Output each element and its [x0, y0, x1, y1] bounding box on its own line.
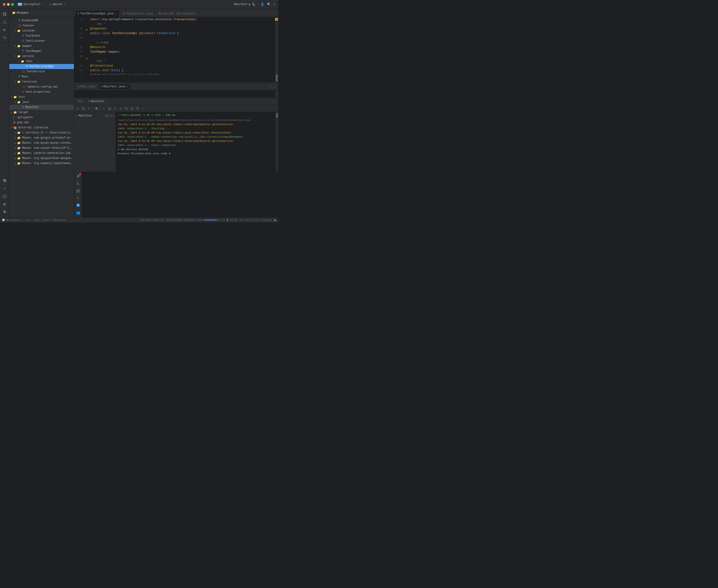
- sidebar-icon-structure[interactable]: [1, 34, 8, 41]
- status-encoding[interactable]: UTF-8: [245, 219, 252, 222]
- tree-item-hikari[interactable]: ▶ 📁 Maven: com.zaxxer:HikariCP:5.0.1: [9, 146, 74, 151]
- tree-item-test[interactable]: ▼ 📁 test: [9, 94, 74, 100]
- status-breadcrumb[interactable]: src › test › java › © MainTest: [26, 219, 66, 222]
- tree-item-mybatisconfig[interactable]: </> mybatis-config.xml: [9, 84, 74, 89]
- right-search-icon[interactable]: [75, 181, 81, 187]
- tab-close-icon[interactable]: ✕: [116, 12, 117, 15]
- run-output[interactable]: ✓ Tests passed: 1 of 1 test – 295 ms /Us…: [116, 112, 276, 172]
- search-icon[interactable]: 🔍: [267, 3, 271, 6]
- tab-testserviceimpl[interactable]: © TestServiceImpl.java ✕: [75, 10, 120, 17]
- debug-button[interactable]: 🐛: [252, 3, 255, 6]
- status-indent[interactable]: 4 spaces: [260, 219, 272, 222]
- sidebar-icon-python[interactable]: [1, 201, 8, 208]
- tree-item-maintest[interactable]: © MainTest: [9, 105, 74, 110]
- sidebar-icon-git[interactable]: [1, 177, 8, 184]
- status-line-ending[interactable]: LF: [240, 219, 243, 222]
- tree-item-jakarta[interactable]: ▶ 📁 Maven: jakarta.annotation:jakarta.an…: [9, 151, 74, 156]
- import-button[interactable]: [129, 106, 135, 111]
- blue-circle-icon[interactable]: [75, 203, 81, 208]
- sidebar-icon-run[interactable]: [1, 26, 8, 33]
- next-fail-button[interactable]: [118, 106, 123, 111]
- italic-m-icon[interactable]: m: [75, 195, 81, 201]
- tab-more-button[interactable]: ⋯: [272, 10, 277, 17]
- tab-pomxml[interactable]: ⓜ pom.xml (SpringTest): [156, 10, 198, 17]
- tree-item-pomxml[interactable]: ⓜ pom.xml: [9, 120, 74, 125]
- scroll-thumb[interactable]: [276, 113, 278, 118]
- minimize-button[interactable]: [7, 3, 10, 6]
- maximize-button[interactable]: [11, 3, 14, 6]
- tree-item-testservice[interactable]: ⓘ TestService: [9, 69, 74, 74]
- status-vc[interactable]: Version Control: Processing Changed File…: [141, 218, 225, 222]
- sidebar-icon-terminal[interactable]: [1, 193, 8, 200]
- tree-item-resources[interactable]: ▼ 📁 resources: [9, 79, 74, 84]
- stop-button[interactable]: ⬛: [81, 106, 86, 111]
- tree-item-main[interactable]: © Main: [9, 74, 74, 79]
- tree-item-impl[interactable]: ▼ 📁 Impl: [9, 59, 74, 64]
- test-filter-button[interactable]: ✓: [102, 106, 107, 111]
- notifications-icon[interactable]: [75, 173, 81, 179]
- person-icon[interactable]: 👤: [261, 3, 264, 6]
- status-warnings[interactable]: ⚠ 3: [254, 218, 258, 222]
- sidebar-icon-project[interactable]: [1, 10, 8, 18]
- tree-item-apiguardian[interactable]: ▶ 📁 Maven: org.apiguardian:apiguardian-a…: [9, 156, 74, 161]
- sidebar-icon-more[interactable]: ···: [1, 42, 8, 49]
- tab-testservice[interactable]: ⓘ TestService.java: [120, 10, 156, 17]
- project-selector[interactable]: ST SpringTest ▾: [18, 3, 43, 6]
- tree-item-testserviceimpl[interactable]: © TestServiceImpl: [9, 64, 74, 69]
- tree-item-mapper[interactable]: ▼ 📁 mapper: [9, 44, 74, 49]
- tree-item-listener[interactable]: ▼ 📁 listener: [9, 28, 74, 33]
- pane-tab-main[interactable]: © Main.java: [76, 84, 97, 89]
- tree-item-corretto[interactable]: ▶ 📁 < corretto-17 > /Users/eve/Library/J…: [9, 130, 74, 135]
- code-editor-top[interactable]: 9 · 10 11 12 · 13 14 15 · 16 17: [74, 17, 275, 75]
- tree-item-extlibs[interactable]: ▼ 📚 External Libraries: [9, 125, 74, 130]
- run-tab-close-icon[interactable]: ✕: [105, 100, 107, 103]
- scroll-thumb[interactable]: [276, 75, 278, 82]
- branch-selector[interactable]: ⎇ master ▾: [48, 3, 65, 6]
- run-panel-minimize-button[interactable]: —: [275, 100, 276, 103]
- run-tree-item-maintest[interactable]: ✓ MainTest 295 ms: [74, 113, 116, 119]
- tree-item-aspect[interactable]: ▶ 📁 Maven: org.aspectj:aspectweaver:1.9.…: [9, 161, 74, 166]
- diff-button[interactable]: [107, 106, 112, 111]
- status-project[interactable]: 🔲 SpringTest: [2, 218, 21, 222]
- tree-item-service[interactable]: ▼ 📁 service: [9, 54, 74, 59]
- tree-item-teacher[interactable]: ⓘ Teacher: [9, 23, 74, 28]
- tree-item-testprops[interactable]: ≡ test.properties: [9, 89, 74, 94]
- editor-pane-header-bottom: © Main.java © MainTest.java ✕ ⋯ ✓: [74, 83, 278, 90]
- trash-button[interactable]: 🗑: [135, 106, 140, 111]
- tree-item-studentaop[interactable]: © StudentAOP: [9, 18, 74, 23]
- sidebar-icon-notifications[interactable]: [1, 209, 8, 215]
- run-tab-maintest[interactable]: © MainTest ✕: [87, 99, 108, 104]
- tree-item-testlistener[interactable]: © TestListener: [9, 39, 74, 44]
- run-button[interactable]: ▶: [249, 2, 251, 6]
- tree-item-testevent[interactable]: © TestEvent: [9, 33, 74, 39]
- rerun-button[interactable]: [75, 106, 80, 111]
- status-vc-close[interactable]: ✕: [223, 218, 225, 222]
- more-options-button[interactable]: ⋯: [140, 106, 146, 111]
- right-icon-lines[interactable]: [76, 189, 80, 192]
- tree-item-mysql[interactable]: ▶ 📁 Maven: com.mysql:mysql-connector-j:8…: [9, 141, 74, 146]
- debug-rerun-button[interactable]: [86, 106, 91, 111]
- settings-icon[interactable]: ⚙: [273, 3, 275, 6]
- tree-item-target[interactable]: ▶ 📁 target: [9, 110, 74, 115]
- project-panel-chevron[interactable]: ▾: [30, 12, 31, 14]
- run-panel-more-button[interactable]: ⋯: [271, 100, 273, 103]
- tab-close-icon[interactable]: ✕: [127, 85, 128, 88]
- run-more-button[interactable]: ⋯: [257, 3, 259, 6]
- run-tab-run[interactable]: Run: [76, 99, 85, 104]
- stop-process-button[interactable]: ⏹: [94, 106, 99, 111]
- status-time[interactable]: 13:25: [230, 219, 238, 222]
- export-button[interactable]: [124, 106, 129, 111]
- run-gutter-icon[interactable]: ▶: [85, 28, 89, 32]
- tree-item-gitignore[interactable]: ≡ .gitignore: [9, 115, 74, 120]
- team-icon[interactable]: 👥: [75, 210, 81, 215]
- tree-item-java[interactable]: ▼ 📁 java: [9, 100, 74, 105]
- tree-item-proto[interactable]: ▶ 📁 Maven: com.google.protobuf:protobuf-…: [9, 135, 74, 141]
- sidebar-icon-vcs[interactable]: [1, 19, 8, 25]
- run-gutter-icon[interactable]: ▶: [85, 57, 89, 61]
- close-button[interactable]: [3, 3, 5, 6]
- tree-item-testmapper[interactable]: © TestMapper: [9, 49, 74, 54]
- pane-more-button[interactable]: ⋯: [270, 85, 272, 88]
- pane-tab-maintest[interactable]: © MainTest.java ✕: [99, 84, 130, 89]
- sort-button[interactable]: [112, 106, 118, 111]
- sidebar-icon-settings[interactable]: ⚙: [1, 185, 8, 192]
